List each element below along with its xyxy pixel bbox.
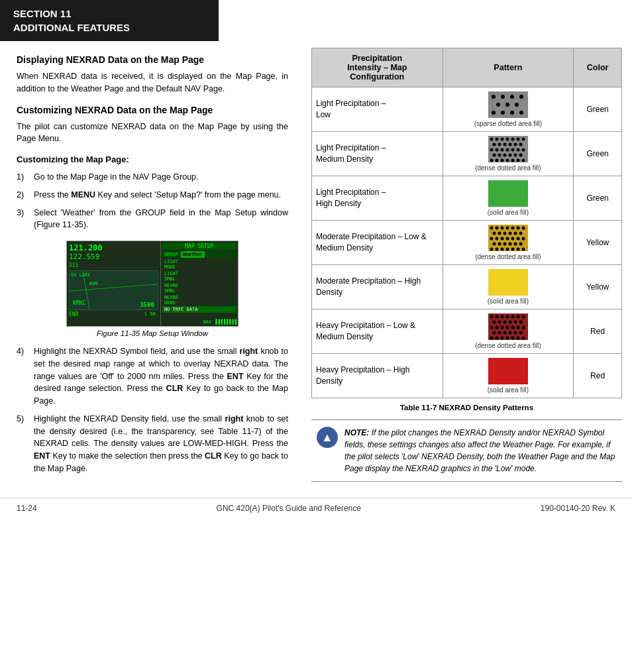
- svg-point-43: [500, 159, 503, 162]
- svg-point-71: [498, 243, 501, 246]
- svg-point-61: [513, 232, 517, 235]
- table-caption: Table 11-7 NEXRAD Density Patterns: [311, 404, 622, 412]
- footer-title: GNC 420(A) Pilot's Guide and Reference: [217, 504, 361, 513]
- svg-point-80: [511, 248, 514, 251]
- svg-point-55: [516, 227, 519, 230]
- row-color: Yellow: [574, 221, 622, 265]
- para-customizing: The pilot can customize NEXRAD data on t…: [17, 121, 288, 146]
- svg-point-81: [516, 248, 519, 251]
- svg-point-111: [490, 337, 493, 340]
- svg-point-22: [492, 143, 496, 146]
- svg-point-96: [513, 321, 517, 324]
- svg-point-25: [508, 143, 511, 146]
- svg-point-40: [519, 154, 522, 157]
- step-1: 1) Go to the Map Page in the NAV Page Gr…: [17, 171, 288, 184]
- svg-point-92: [492, 321, 496, 324]
- svg-point-3: [492, 95, 496, 99]
- row-pattern: (sparse dotted area fill): [443, 87, 574, 132]
- svg-point-45: [511, 159, 514, 162]
- svg-point-108: [508, 331, 511, 335]
- svg-point-26: [513, 143, 517, 146]
- step-2: 2) Press the MENU Key and select 'Setup …: [17, 189, 288, 201]
- row-label: Light Precipitation –High Density: [312, 176, 443, 221]
- svg-point-50: [490, 227, 493, 230]
- table-row: Moderate Precipitation – Low & Medium De…: [312, 221, 622, 265]
- svg-point-46: [516, 159, 519, 162]
- svg-point-63: [490, 237, 493, 241]
- svg-point-107: [503, 331, 506, 335]
- svg-point-16: [495, 138, 498, 141]
- svg-point-75: [519, 243, 522, 246]
- svg-point-116: [516, 337, 519, 340]
- svg-point-82: [521, 248, 525, 251]
- pattern-svg-sparse-black: [488, 91, 528, 118]
- svg-point-72: [503, 243, 506, 246]
- steps-list: 1) Go to the Map Page in the NAV Page Gr…: [17, 171, 288, 231]
- svg-point-85: [490, 315, 493, 319]
- row-color: Red: [574, 354, 622, 398]
- svg-point-30: [500, 148, 503, 152]
- precip-table: PrecipitationIntensity – MapConfiguratio…: [311, 48, 622, 398]
- svg-point-38: [508, 154, 511, 157]
- svg-point-100: [500, 326, 503, 329]
- svg-point-117: [521, 337, 525, 340]
- svg-point-7: [496, 103, 500, 107]
- row-label: Moderate Precipitation – High Density: [312, 265, 443, 309]
- svg-point-78: [500, 248, 503, 251]
- svg-point-47: [521, 159, 525, 162]
- svg-point-53: [505, 227, 509, 230]
- svg-point-31: [505, 148, 509, 152]
- footer-part: 190-00140-20 Rev. K: [541, 504, 615, 513]
- svg-point-76: [490, 248, 493, 251]
- svg-point-9: [515, 103, 519, 107]
- svg-point-66: [505, 237, 509, 241]
- row-label: Moderate Precipitation – Low & Medium De…: [312, 221, 443, 265]
- svg-point-69: [521, 237, 525, 241]
- svg-point-58: [498, 232, 501, 235]
- svg-point-65: [500, 237, 503, 241]
- row-pattern: (dense dotted area fill): [443, 221, 574, 265]
- svg-point-5: [510, 95, 514, 99]
- footer-page: 11-24: [17, 504, 37, 513]
- svg-point-101: [505, 326, 509, 329]
- svg-point-41: [490, 159, 493, 162]
- svg-point-13: [519, 111, 523, 115]
- svg-point-35: [492, 154, 496, 157]
- svg-point-56: [521, 227, 525, 230]
- pattern-svg-dense-black: [488, 136, 528, 162]
- row-color: Red: [574, 309, 622, 354]
- svg-point-87: [500, 315, 503, 319]
- col-header-pattern: Pattern: [443, 48, 574, 87]
- svg-point-73: [508, 243, 511, 246]
- table-row: Moderate Precipitation – High Density (s…: [312, 265, 622, 309]
- pattern-svg-solid-yellow: [488, 269, 528, 296]
- svg-point-110: [519, 331, 522, 335]
- svg-point-11: [501, 111, 505, 115]
- svg-point-6: [519, 95, 523, 99]
- svg-point-62: [519, 232, 522, 235]
- svg-point-33: [516, 148, 519, 152]
- row-pattern: (dense dotted area fill): [443, 309, 574, 354]
- row-label: Heavy Precipitation – Low & Medium Densi…: [312, 309, 443, 354]
- svg-point-109: [513, 331, 517, 335]
- svg-line-1: [83, 271, 89, 309]
- svg-point-89: [511, 315, 514, 319]
- svg-point-20: [516, 138, 519, 141]
- row-label: Light Precipitation –Low: [312, 87, 443, 132]
- svg-rect-48: [488, 180, 528, 207]
- svg-point-15: [490, 138, 493, 141]
- svg-point-4: [501, 95, 505, 99]
- note-icon: ▲: [317, 427, 338, 448]
- svg-point-51: [495, 227, 498, 230]
- svg-point-102: [511, 326, 514, 329]
- svg-point-95: [508, 321, 511, 324]
- step-5: 5) Highlight the NEXRAD Density field, u…: [17, 413, 288, 475]
- svg-point-114: [505, 337, 509, 340]
- svg-point-79: [505, 248, 509, 251]
- footer: 11-24 GNC 420(A) Pilot's Guide and Refer…: [0, 498, 632, 518]
- pattern-svg-solid-red: [488, 358, 528, 384]
- svg-point-60: [508, 232, 511, 235]
- svg-point-54: [511, 227, 514, 230]
- right-column: PrecipitationIntensity – MapConfiguratio…: [305, 41, 632, 498]
- svg-point-8: [505, 103, 509, 107]
